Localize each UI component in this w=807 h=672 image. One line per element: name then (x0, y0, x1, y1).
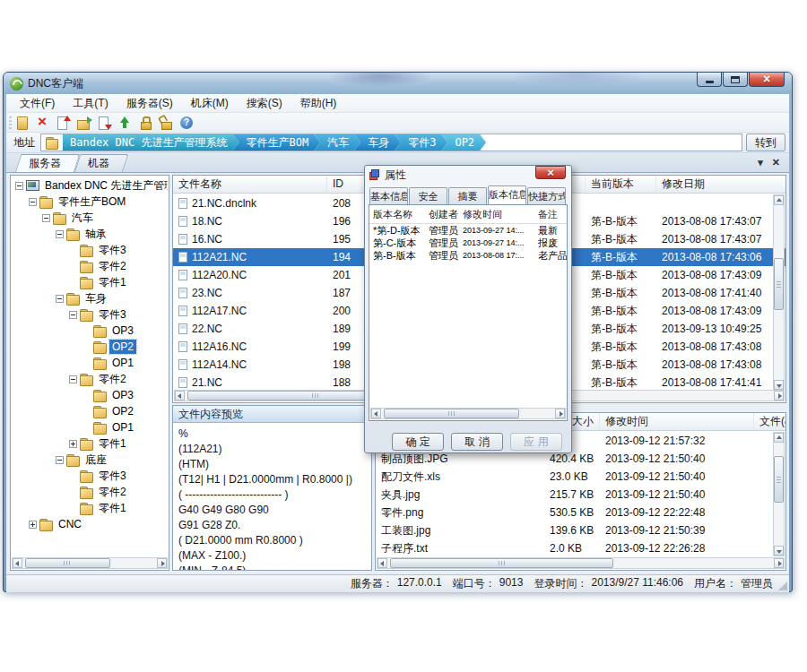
close-button[interactable] (749, 73, 785, 87)
scroll-down-button[interactable] (774, 546, 784, 556)
lock-icon[interactable] (137, 115, 154, 131)
tree-item[interactable]: 零件2 (12, 484, 168, 500)
column-header-date[interactable]: 修改日期 (656, 176, 785, 193)
scroll-left-button[interactable] (13, 558, 22, 568)
expand-toggle-icon[interactable] (82, 392, 91, 400)
dialog-button[interactable]: 取 消 (451, 433, 503, 451)
tree-item[interactable]: 零件1 (12, 274, 168, 290)
send-icon[interactable] (117, 115, 134, 131)
expand-toggle-icon[interactable] (15, 182, 23, 190)
dialog-tab[interactable]: 基本信息 (369, 187, 408, 204)
tree-item[interactable]: 零件1 (12, 435, 168, 452)
scroll-up-button[interactable] (774, 433, 784, 443)
expand-toggle-icon[interactable] (29, 521, 37, 529)
breadcrumb-segment[interactable]: 汽车 (314, 134, 360, 151)
download-file-icon[interactable] (96, 115, 113, 131)
attachment-row[interactable]: 工装图.jpg 139.6 KB 2013-09-12 21:50:39 (376, 521, 785, 539)
breadcrumb-segment[interactable]: 零件3 (395, 134, 447, 151)
tree-item[interactable]: OP3 (12, 387, 168, 403)
column-header-modified-time[interactable]: 修改时间 (459, 208, 534, 221)
maximize-button[interactable] (723, 73, 748, 87)
expand-toggle-icon[interactable] (56, 295, 64, 303)
tree-item[interactable]: 零件3 (12, 306, 168, 323)
column-header-note[interactable]: 备注 (534, 208, 567, 221)
menu-item[interactable]: 机床(M) (183, 94, 237, 112)
tree-item[interactable]: OP3 (12, 323, 168, 339)
tree-item[interactable]: 零件生产BOM (12, 194, 168, 210)
dialog-close-button[interactable] (535, 166, 566, 179)
dialog-tab[interactable]: 安全 (409, 187, 447, 204)
file-list-vertical-scrollbar[interactable] (773, 194, 785, 391)
address-field[interactable]: Bandex DNC 先进生产管理系统零件生产BOM汽车车身零件3OP2 (40, 134, 742, 151)
scrollbar-thumb[interactable] (774, 258, 784, 310)
tree-item[interactable]: 底座 (12, 452, 168, 468)
expand-toggle-icon[interactable] (69, 488, 77, 496)
resize-grip[interactable] (778, 582, 787, 590)
expand-toggle-icon[interactable] (82, 359, 91, 367)
dialog-tab[interactable]: 摘要 (448, 187, 487, 204)
tree-item[interactable]: 轴承 (12, 226, 168, 242)
new-file-icon[interactable] (13, 115, 30, 131)
tree-item[interactable]: 零件2 (12, 371, 168, 387)
scroll-down-button[interactable] (774, 380, 784, 390)
dialog-button[interactable]: 应 用 (510, 433, 562, 451)
tree-item[interactable]: 零件3 (12, 468, 168, 484)
expand-toggle-icon[interactable] (29, 198, 37, 206)
version-row[interactable]: *第-D-版本 管理员 2013-09-27 14:... 最新 (369, 224, 567, 237)
tree-item[interactable]: OP1 (12, 419, 168, 435)
expand-toggle-icon[interactable] (69, 504, 77, 513)
scroll-left-button[interactable] (175, 391, 185, 401)
column-header-creator[interactable]: 创建者 (425, 208, 459, 221)
scroll-right-button[interactable] (555, 409, 565, 418)
expand-toggle-icon[interactable] (69, 246, 77, 254)
help-icon[interactable] (178, 115, 195, 131)
breadcrumb-segment[interactable]: OP2 (441, 134, 486, 151)
menu-item[interactable]: 服务器(S) (118, 94, 181, 112)
titlebar[interactable]: DNC客户端 (4, 73, 792, 94)
expand-toggle-icon[interactable] (69, 440, 77, 448)
tree-item[interactable]: 汽车 (12, 210, 168, 226)
expand-toggle-icon[interactable] (69, 311, 77, 319)
tree-item[interactable]: OP2 (12, 403, 168, 419)
attachments-vertical-scrollbar[interactable] (773, 432, 785, 556)
dialog-horizontal-scrollbar[interactable] (370, 408, 566, 419)
column-header-file[interactable]: 文件(&I (754, 413, 785, 430)
chevron-down-icon[interactable]: ▾ (758, 157, 763, 168)
breadcrumb-segment[interactable]: 零件生产BOM (232, 134, 320, 151)
tree-item[interactable]: OP2 (12, 339, 168, 355)
tree-item[interactable]: OP1 (12, 355, 168, 371)
panel-tab[interactable]: 机器 (74, 154, 123, 172)
go-button[interactable]: 转到 (746, 134, 785, 151)
scroll-left-button[interactable] (377, 558, 387, 568)
scrollbar-thumb[interactable] (25, 558, 110, 568)
pane-close-icon[interactable]: ✕ (772, 157, 780, 168)
dialog-button[interactable]: 确 定 (392, 433, 444, 451)
version-row[interactable]: 第-B-版本 管理员 2013-08-08 17:... 老产品程序 (369, 249, 567, 262)
scrollbar-thumb[interactable] (384, 409, 519, 418)
expand-toggle-icon[interactable] (82, 327, 91, 335)
attachment-row[interactable]: 夹具.jpg 215.7 KB 2013-09-12 21:50:40 (376, 486, 785, 504)
tree-item[interactable]: Bandex DNC 先进生产管理系统 (12, 177, 168, 194)
attachments-horizontal-scrollbar[interactable] (377, 557, 785, 569)
menu-item[interactable]: 工具(T) (65, 94, 116, 112)
minimize-button[interactable] (697, 73, 722, 87)
scrollbar-thumb[interactable] (774, 456, 784, 503)
menu-item[interactable]: 搜索(S) (239, 94, 291, 112)
tree-item[interactable]: 零件2 (12, 258, 168, 274)
expand-toggle-icon[interactable] (56, 230, 64, 238)
scrollbar-thumb[interactable] (390, 558, 613, 568)
tree-item[interactable]: 零件3 (12, 242, 168, 258)
delete-icon[interactable] (34, 115, 51, 131)
scroll-right-button[interactable] (774, 391, 784, 401)
expand-toggle-icon[interactable] (82, 408, 91, 416)
tree-item[interactable]: 车身 (12, 290, 168, 306)
column-header-modified[interactable]: 修改时间 (600, 413, 754, 430)
scroll-up-button[interactable] (774, 195, 784, 205)
upload-file-icon[interactable] (55, 115, 72, 131)
tree-horizontal-scrollbar[interactable] (12, 557, 168, 569)
version-row[interactable]: 第-C-版本 管理员 2013-09-27 14:... 报废 (369, 237, 567, 249)
column-header-version-name[interactable]: 版本名称 (369, 208, 425, 221)
column-header-name[interactable]: 文件名称 (173, 176, 327, 193)
dialog-titlebar[interactable]: 属性 (365, 166, 571, 184)
breadcrumb-segment[interactable]: 车身 (354, 134, 401, 151)
